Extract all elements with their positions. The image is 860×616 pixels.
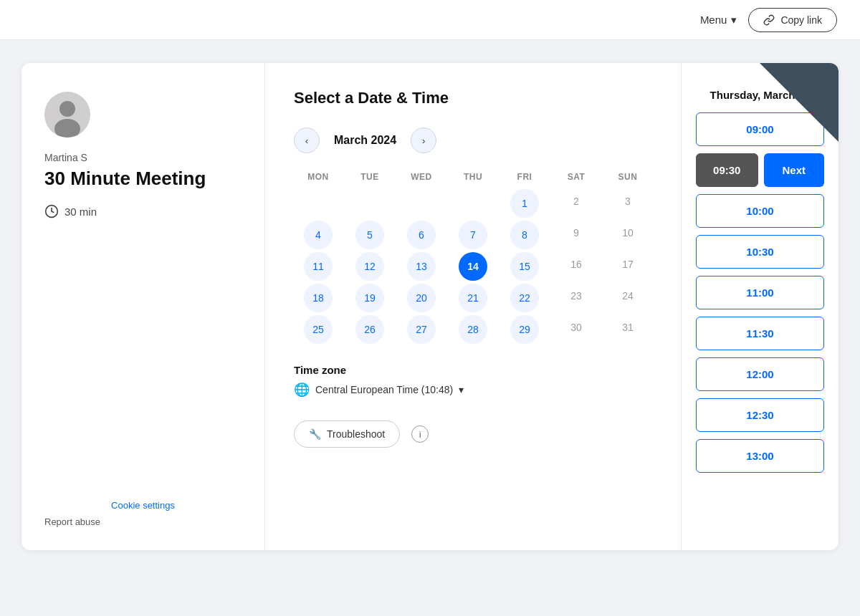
calendar-day: 16 — [552, 252, 601, 281]
calendar-weekday-header: SAT — [552, 168, 601, 186]
avatar — [44, 92, 90, 138]
troubleshoot-label: Troubleshoot — [327, 428, 385, 440]
calendar-day[interactable]: 26 — [355, 315, 384, 344]
troubleshoot-button[interactable]: 🔧 Troubleshoot — [294, 420, 400, 448]
time-slot-selected-button[interactable]: 09:30 — [696, 153, 758, 187]
calendar-day[interactable]: 6 — [407, 221, 436, 249]
calendar-day[interactable]: 4 — [304, 221, 333, 249]
calendar-day: 31 — [603, 315, 652, 344]
calendar-day[interactable]: 18 — [304, 284, 333, 312]
calendar-day[interactable]: 19 — [355, 284, 384, 312]
next-month-button[interactable]: › — [411, 127, 436, 153]
calendar-day[interactable]: 29 — [510, 315, 539, 344]
report-abuse-text: Report abuse — [44, 516, 242, 527]
chevron-down-icon: ▾ — [731, 14, 737, 27]
main-card: POWEREDBYCalendly Martina S 30 Minute Me… — [22, 63, 838, 550]
time-slots-container: 09:0009:30Next10:0010:3011:0011:3012:001… — [696, 112, 824, 473]
calendar-day[interactable]: 25 — [304, 315, 333, 344]
clock-icon — [44, 204, 59, 218]
host-name: Martina S — [44, 152, 242, 163]
wrench-icon: 🔧 — [309, 428, 321, 440]
sidebar: Martina S 30 Minute Meeting 30 min Cooki… — [22, 63, 265, 550]
time-section: Thursday, March 14 09:0009:30Next10:0010… — [681, 63, 838, 550]
next-button[interactable]: Next — [764, 153, 825, 187]
prev-month-button[interactable]: ‹ — [294, 127, 320, 153]
sidebar-footer: Cookie settings Report abuse — [44, 500, 242, 527]
calendar-day[interactable]: 28 — [459, 315, 487, 344]
timezone-value: Central European Time (10:48) — [315, 384, 453, 395]
calendar-day: 24 — [603, 284, 652, 312]
duration-row: 30 min — [44, 204, 242, 218]
menu-button[interactable]: Menu ▾ — [700, 14, 737, 27]
time-slot-button[interactable]: 11:30 — [696, 317, 824, 350]
cookie-settings-link[interactable]: Cookie settings — [44, 500, 242, 511]
calendar-day[interactable]: 1 — [510, 189, 539, 218]
calendar-day: 9 — [552, 221, 601, 249]
section-title: Select a Date & Time — [294, 89, 652, 107]
calendar-day: 30 — [552, 315, 601, 344]
calendar-weekday-header: SUN — [603, 168, 652, 186]
calendar-day[interactable]: 11 — [304, 252, 333, 281]
top-nav: Menu ▾ Copy link — [0, 0, 860, 40]
calendar-weekday-header: MON — [294, 168, 343, 186]
timezone-dropdown-icon: ▾ — [459, 384, 464, 395]
calendar-day[interactable]: 12 — [355, 252, 384, 281]
calendar-day[interactable]: 15 — [510, 252, 539, 281]
calendar-day: 17 — [603, 252, 652, 281]
timezone-selector[interactable]: 🌐 Central European Time (10:48) ▾ — [294, 382, 652, 398]
meeting-title: 30 Minute Meeting — [44, 168, 242, 190]
info-icon[interactable]: i — [411, 425, 429, 443]
time-slot-button[interactable]: 09:00 — [696, 112, 824, 146]
calendar-day[interactable]: 13 — [407, 252, 436, 281]
calendar-day[interactable]: 8 — [510, 221, 539, 249]
calendar-day[interactable]: 21 — [459, 284, 487, 312]
calendar-weekday-header: FRI — [500, 168, 549, 186]
time-slot-selected-row: 09:30Next — [696, 153, 824, 187]
calendar-day[interactable]: 7 — [459, 221, 487, 249]
time-slot-button[interactable]: 10:30 — [696, 235, 824, 269]
duration-label: 30 min — [64, 206, 97, 218]
calendar-day[interactable]: 27 — [407, 315, 436, 344]
time-slot-button[interactable]: 10:00 — [696, 194, 824, 228]
calendar-day: 3 — [603, 189, 652, 218]
calendar-nav: ‹ March 2024 › — [294, 127, 652, 153]
calendar-day: 10 — [603, 221, 652, 249]
calendar-grid: MONTUEWEDTHUFRISATSUN1234567891011121314… — [294, 168, 652, 344]
menu-label: Menu — [700, 14, 727, 26]
chevron-right-icon: › — [422, 135, 425, 146]
bottom-bar: 🔧 Troubleshoot i — [294, 420, 652, 448]
time-slot-button[interactable]: 12:30 — [696, 398, 824, 432]
link-icon — [763, 14, 775, 26]
svg-point-1 — [59, 101, 75, 117]
time-slot-button[interactable]: 12:00 — [696, 357, 824, 391]
calendar-day: 23 — [552, 284, 601, 312]
calendar-day[interactable]: 5 — [355, 221, 384, 249]
calendar-day[interactable]: 20 — [407, 284, 436, 312]
calendar-weekday-header: WED — [397, 168, 446, 186]
time-slot-button[interactable]: 13:00 — [696, 439, 824, 473]
calendar-day[interactable]: 22 — [510, 284, 539, 312]
calendar-day: 2 — [552, 189, 601, 218]
calendar-day[interactable]: 14 — [459, 252, 487, 281]
calendar-weekday-header: TUE — [345, 168, 394, 186]
calendar-section: Select a Date & Time ‹ March 2024 › MONT… — [265, 63, 681, 550]
copy-link-label: Copy link — [780, 14, 822, 26]
globe-icon: 🌐 — [294, 382, 310, 398]
calendar-weekday-header: THU — [449, 168, 497, 186]
timezone-label: Time zone — [294, 364, 652, 376]
copy-link-button[interactable]: Copy link — [748, 8, 837, 32]
timezone-section: Time zone 🌐 Central European Time (10:48… — [294, 364, 652, 398]
month-label: March 2024 — [334, 134, 396, 147]
time-slot-button[interactable]: 11:00 — [696, 276, 824, 309]
chevron-left-icon: ‹ — [305, 135, 308, 146]
